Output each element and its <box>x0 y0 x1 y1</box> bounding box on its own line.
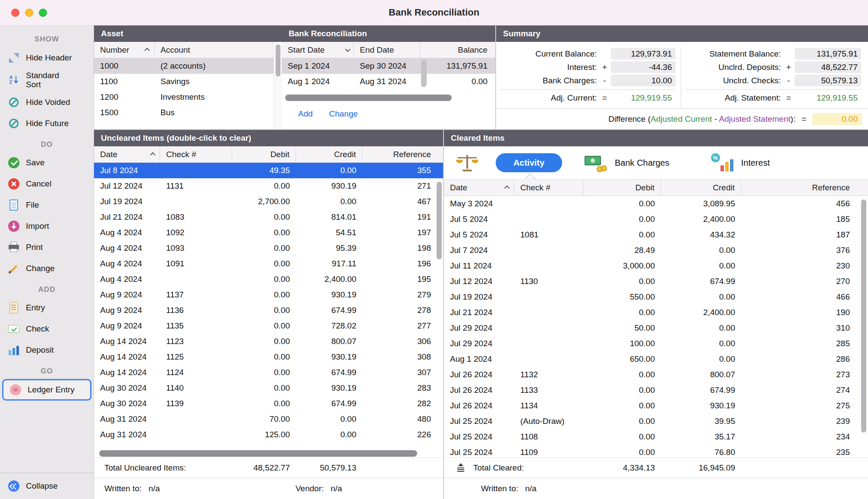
uncleared-row[interactable]: Aug 14 2024 1124 0.00 674.99 307 <box>94 365 443 380</box>
uncleared-row[interactable]: Aug 4 2024 0.00 2,400.00 195 <box>94 272 443 287</box>
uncleared-row[interactable]: Aug 14 2024 1125 0.00 930.19 308 <box>94 349 443 365</box>
column-header-account[interactable]: Account <box>154 42 274 58</box>
column-header-debit[interactable]: Debit <box>583 180 661 196</box>
uncleared-row[interactable]: Aug 14 2024 1123 0.00 800.07 306 <box>94 334 443 349</box>
cleared-row[interactable]: Jul 26 2024 1133 0.00 674.99 274 <box>444 382 868 398</box>
sidebar-item-file[interactable]: File <box>0 195 94 216</box>
cleared-row[interactable]: Jul 5 2024 1081 0.00 434.32 187 <box>444 227 868 243</box>
sidebar-item-hide-future[interactable]: Hide Future <box>0 113 94 134</box>
scrollbar-thumb[interactable] <box>285 95 452 101</box>
pencil-icon <box>7 262 21 275</box>
vendor-value: n/a <box>331 484 342 493</box>
recon-vertical-scrollbar[interactable] <box>421 60 427 87</box>
cleared-row[interactable]: Jul 29 2024 100.00 0.00 285 <box>444 336 868 351</box>
asset-recon-panel: Asset Bank Reconciliation Number <box>94 25 495 129</box>
asset-row[interactable]: 1100 Savings <box>94 74 274 89</box>
expand-rows-icon[interactable] <box>456 463 465 473</box>
column-header-check[interactable]: Check # <box>160 146 232 162</box>
sidebar-item-hide-voided[interactable]: Hide Voided <box>0 92 94 113</box>
cleared-vertical-scrollbar[interactable] <box>861 199 866 433</box>
cleared-row[interactable]: Jul 12 2024 1130 0.00 674.99 270 <box>444 274 868 289</box>
sidebar-item-entry[interactable]: Entry <box>0 297 94 319</box>
sidebar-item-check[interactable]: Check <box>0 319 94 340</box>
uncleared-row[interactable]: Aug 4 2024 1093 0.00 95.39 198 <box>94 240 443 256</box>
scrollbar-thumb[interactable] <box>99 450 417 457</box>
uncleared-vertical-scrollbar[interactable] <box>437 182 442 259</box>
save-check-icon <box>7 156 21 170</box>
scrollbar-thumb[interactable] <box>276 44 280 76</box>
cleared-row[interactable]: Jul 26 2024 1134 0.00 930.19 275 <box>444 398 868 414</box>
tab-activity[interactable]: Activity <box>496 153 562 172</box>
summary-value: 10.00 <box>611 75 676 86</box>
cleared-row[interactable]: Jul 21 2024 0.00 2,400.00 190 <box>444 305 868 320</box>
column-header-reference[interactable]: Reference <box>741 180 868 196</box>
sidebar-item-standard-sort[interactable]: AZ Standard Sort <box>0 68 94 92</box>
column-header-balance[interactable]: Balance <box>428 42 495 58</box>
column-header-date[interactable]: Date <box>94 146 160 162</box>
asset-row[interactable]: 1200 Investments <box>94 89 274 105</box>
uncleared-row[interactable]: Aug 9 2024 1135 0.00 728.02 277 <box>94 318 443 334</box>
cleared-row[interactable]: May 3 2024 0.00 3,089.95 456 <box>444 196 868 212</box>
cleared-row[interactable]: Jul 11 2024 3,000.00 0.00 230 <box>444 258 868 274</box>
cleared-row[interactable]: Jul 26 2024 1132 0.00 800.07 273 <box>444 367 868 382</box>
cleared-row[interactable]: Aug 1 2024 650.00 0.00 286 <box>444 351 868 367</box>
column-header-reference[interactable]: Reference <box>362 146 443 162</box>
cleared-row[interactable]: Jul 19 2024 550.00 0.00 466 <box>444 289 868 305</box>
written-to-label: Written to: <box>481 484 518 493</box>
cleared-row[interactable]: Jul 29 2024 50.00 0.00 310 <box>444 320 868 336</box>
cleared-row[interactable]: Jul 7 2024 28.49 0.00 376 <box>444 243 868 258</box>
close-window-button[interactable] <box>11 9 19 17</box>
add-link[interactable]: Add <box>298 109 313 119</box>
zoom-window-button[interactable] <box>39 9 47 17</box>
uncleared-row[interactable]: Jul 21 2024 1083 0.00 814.01 191 <box>94 209 443 225</box>
recon-row[interactable]: Aug 1 2024 Aug 31 2024 0.00 <box>282 74 495 89</box>
asset-row[interactable]: 1000 (2 accounts) <box>94 58 274 74</box>
cleared-row[interactable]: Jul 25 2024 1109 0.00 76.80 235 <box>444 445 868 457</box>
summary-row: Unclrd. Checks: - 50,579.13 <box>686 74 862 87</box>
cleared-row[interactable]: Jul 25 2024 (Auto-Draw) 0.00 39.95 239 <box>444 414 868 429</box>
sidebar-item-cancel[interactable]: Cancel <box>0 174 94 195</box>
recon-row[interactable]: Sep 1 2024 Sep 30 2024 131,975.91 <box>282 58 495 74</box>
uncleared-row[interactable]: Jul 19 2024 2,700.00 0.00 467 <box>94 194 443 209</box>
asset-row[interactable]: 1500 Bus <box>94 105 274 120</box>
column-header-end-date[interactable]: End Date <box>354 42 420 58</box>
uncleared-total-credit: 50,579.13 <box>296 463 362 473</box>
sidebar-item-deposit[interactable]: Deposit <box>0 340 94 361</box>
sidebar-item-import[interactable]: Import <box>0 216 94 237</box>
tab-interest[interactable]: Interest <box>741 158 770 168</box>
sidebar-item-print[interactable]: Print <box>0 237 94 258</box>
uncleared-row[interactable]: Aug 30 2024 1140 0.00 930.19 283 <box>94 380 443 396</box>
uncleared-row[interactable]: Aug 4 2024 1091 0.00 917.11 196 <box>94 256 443 272</box>
difference-label: Difference (Adjusted Current - Adjusted … <box>608 114 796 124</box>
uncleared-row[interactable]: Aug 9 2024 1137 0.00 930.19 279 <box>94 287 443 303</box>
uncleared-row[interactable]: Aug 30 2024 1139 0.00 674.99 282 <box>94 396 443 411</box>
sort-asc-icon <box>150 152 156 158</box>
uncleared-totals-label: Total Uncleared Items: <box>94 463 232 473</box>
tab-bank-charges[interactable]: Bank Charges <box>615 158 670 168</box>
sidebar-item-ledger-entry[interactable]: Ledger Entry <box>2 379 91 401</box>
asset-row-partial[interactable] <box>94 120 274 129</box>
column-header-start-date[interactable]: Start Date <box>282 42 354 58</box>
sidebar-item-save[interactable]: Save <box>0 152 94 174</box>
column-header-check[interactable]: Check # <box>514 180 583 196</box>
cleared-written-row: Written to: n/a <box>444 478 868 499</box>
uncleared-row[interactable]: Jul 12 2024 1131 0.00 930.19 271 <box>94 178 443 194</box>
cleared-total-credit: 16,945.09 <box>661 463 741 473</box>
minimize-window-button[interactable] <box>25 9 33 17</box>
uncleared-row[interactable]: Aug 31 2024 70.00 0.00 480 <box>94 411 443 427</box>
collapse-button[interactable]: Collapse <box>0 473 94 499</box>
uncleared-row[interactable]: Aug 9 2024 1136 0.00 674.99 278 <box>94 303 443 318</box>
column-header-credit[interactable]: Credit <box>661 180 741 196</box>
uncleared-row[interactable]: Jul 8 2024 49.35 0.00 355 <box>94 163 443 178</box>
sidebar-item-change[interactable]: Change <box>0 258 94 279</box>
change-link[interactable]: Change <box>329 109 358 119</box>
uncleared-row[interactable]: Aug 4 2024 1092 0.00 54.51 197 <box>94 225 443 240</box>
cleared-row[interactable]: Jul 5 2024 0.00 2,400.00 185 <box>444 212 868 227</box>
column-header-number[interactable]: Number <box>94 42 154 58</box>
column-header-credit[interactable]: Credit <box>296 146 362 162</box>
cleared-row[interactable]: Jul 25 2024 1108 0.00 35.17 234 <box>444 429 868 445</box>
sidebar-item-hide-header[interactable]: Hide Header <box>0 47 94 68</box>
column-header-date[interactable]: Date <box>444 180 514 196</box>
uncleared-row[interactable]: Aug 31 2024 125.00 0.00 226 <box>94 427 443 442</box>
column-header-debit[interactable]: Debit <box>232 146 296 162</box>
